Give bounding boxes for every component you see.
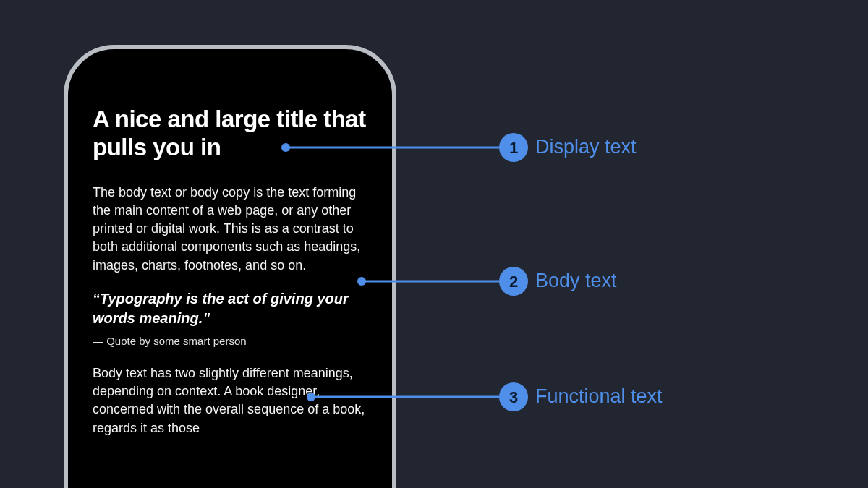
- phone-notch: [150, 55, 310, 77]
- svg-point-2: [499, 133, 528, 162]
- body-paragraph-2: Body text has two slightly different mea…: [93, 364, 367, 437]
- callout-label-functional-text: Functional text: [535, 387, 663, 406]
- callout-number-2: 2: [509, 273, 518, 291]
- display-title: A nice and large title that pulls you in: [93, 106, 367, 162]
- callout-label-display-text: Display text: [535, 137, 637, 157]
- phone-frame: A nice and large title that pulls you in…: [64, 45, 396, 488]
- quote-block: “Typography is the act of giving your wo…: [93, 289, 367, 348]
- phone-screen: A nice and large title that pulls you in…: [74, 55, 386, 488]
- quote-text: “Typography is the act of giving your wo…: [93, 289, 367, 328]
- body-paragraph-1: The body text or body copy is the text f…: [93, 184, 367, 275]
- quote-source: — Quote by some smart person: [93, 334, 367, 348]
- callout-label-body-text: Body text: [535, 271, 617, 291]
- callout-number-3: 3: [509, 388, 518, 406]
- svg-point-5: [499, 267, 528, 296]
- svg-point-8: [499, 382, 528, 411]
- screen-content: A nice and large title that pulls you in…: [93, 106, 367, 452]
- callout-number-1: 1: [509, 139, 518, 157]
